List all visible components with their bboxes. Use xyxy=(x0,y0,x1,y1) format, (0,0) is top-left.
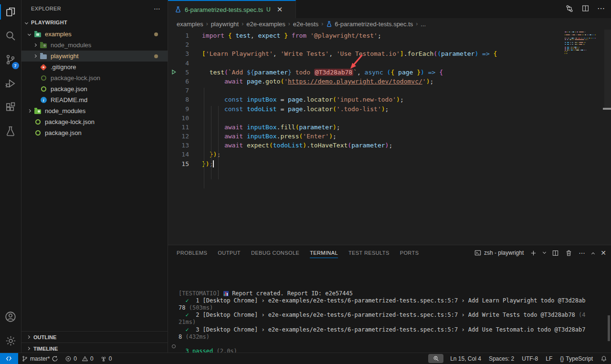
testing-icon[interactable] xyxy=(0,119,21,143)
npm-folder-icon xyxy=(40,43,47,48)
code-line-6[interactable]: 6 await page.goto('https://demo.playwrig… xyxy=(168,77,611,86)
editor-cursor xyxy=(213,160,214,167)
tree-item-node-modules[interactable]: node_modules xyxy=(21,40,168,51)
close-panel-icon[interactable]: ✕ xyxy=(600,249,606,257)
breadcrumb-separator-icon: › xyxy=(242,21,243,27)
code-line-10[interactable]: 10 xyxy=(168,114,611,123)
run-test-icon[interactable] xyxy=(171,69,177,75)
modified-dot xyxy=(154,54,158,58)
tree-item-node-modules[interactable]: node_modules xyxy=(21,105,168,116)
tree-item-package-lock-json[interactable]: package-lock.json xyxy=(21,73,168,83)
breadcrumb-separator-icon: › xyxy=(288,21,290,27)
maximize-panel-icon[interactable] xyxy=(591,252,595,255)
tab-spec-file[interactable]: 6-parametrized-tests.spec.ts U ✕ xyxy=(168,0,296,18)
run-debug-icon[interactable] xyxy=(0,72,21,95)
sidebar-more-icon[interactable]: ⋯ xyxy=(154,5,161,12)
tree-item--gitignore[interactable]: .gitignore xyxy=(21,62,168,73)
code-line-1[interactable]: 1import { test, expect } from '@playwrig… xyxy=(168,31,611,40)
remote-indicator[interactable] xyxy=(0,353,18,364)
line-number: 4 xyxy=(168,59,190,68)
code-line-15[interactable]: 15}); xyxy=(168,159,611,168)
tree-item-package-json[interactable]: package.json xyxy=(21,127,168,138)
account-icon[interactable] xyxy=(0,305,21,329)
panel-tab-output[interactable]: OUTPUT xyxy=(218,245,241,260)
panel-more-icon[interactable]: ⋯ xyxy=(579,249,586,257)
breadcrumb-item[interactable]: 6-parametrized-tests.spec.ts xyxy=(326,21,413,28)
extensions-icon[interactable] xyxy=(0,95,21,119)
panel-tab-ports[interactable]: PORTS xyxy=(400,245,419,260)
ports-indicator[interactable]: 0 xyxy=(97,353,116,364)
cursor-position[interactable]: Ln 15, Col 4 xyxy=(446,353,485,364)
search-icon[interactable] xyxy=(0,24,21,48)
code-line-7[interactable]: 7 xyxy=(168,86,611,95)
terminal-dropdown-icon[interactable] xyxy=(543,250,546,254)
tab-close-icon[interactable]: ✕ xyxy=(277,5,283,14)
new-terminal-icon[interactable] xyxy=(530,250,537,257)
code-line-2[interactable]: 2 xyxy=(168,40,611,49)
problems-indicator[interactable]: 0 0 xyxy=(62,353,96,364)
sync-icon xyxy=(52,355,58,362)
tree-item-readme-md[interactable]: iREADME.md xyxy=(21,94,168,105)
terminal-line: ✓ 3 [Desktop Chrome] › e2e-examples/e2e-… xyxy=(179,326,611,333)
explorer-icon[interactable] xyxy=(0,0,21,24)
code-line-4[interactable]: 4 xyxy=(168,59,611,68)
command-decoration-icon[interactable] xyxy=(172,344,176,348)
split-editor-icon[interactable] xyxy=(581,4,590,12)
activity-bar: 7 xyxy=(0,0,21,353)
code-line-3[interactable]: 3['Learn Playwright', 'Write Tests', 'Us… xyxy=(168,49,611,58)
split-terminal-icon[interactable] xyxy=(552,250,559,257)
code-line-12[interactable]: 12 await inputBox.press('Enter'); xyxy=(168,132,611,141)
breadcrumb-item[interactable]: examples xyxy=(177,21,203,28)
git-file-icon xyxy=(40,63,47,70)
folder-icon xyxy=(34,32,41,37)
code-line-9[interactable]: 9 const todoList = page.locator('.todo-l… xyxy=(168,104,611,114)
settings-gear-icon[interactable] xyxy=(0,329,21,353)
breadcrumb-item[interactable]: ... xyxy=(421,21,426,28)
code-line-13[interactable]: 13 await expect(todoList).toHaveText(par… xyxy=(168,141,611,150)
tree-item-playwright[interactable]: playwright xyxy=(21,51,168,62)
warnings-icon xyxy=(82,355,88,362)
terminal-output[interactable]: [TESTOMATIO] Report created. Report ID: … xyxy=(168,260,611,353)
breadcrumb-item[interactable]: e2e-examples xyxy=(246,21,285,28)
line-number: 15 xyxy=(168,159,190,168)
kill-terminal-icon[interactable] xyxy=(565,250,572,257)
panel-tab-test-results[interactable]: TEST RESULTS xyxy=(348,245,390,260)
terminal-scrollbar[interactable] xyxy=(608,315,610,341)
breadcrumb-item[interactable]: playwright xyxy=(211,21,239,28)
zoom-indicator[interactable] xyxy=(428,354,443,363)
scrollbar-handle[interactable] xyxy=(603,108,611,110)
code-editor[interactable]: 1import { test, expect } from '@playwrig… xyxy=(168,30,611,245)
panel-tab-terminal[interactable]: TERMINAL xyxy=(310,245,338,260)
code-line-14[interactable]: 14 }); xyxy=(168,150,611,159)
source-control-icon[interactable]: 7 xyxy=(0,48,21,72)
code-line-5[interactable]: 5 test(`Add ${parameter} todo @T3d28ab78… xyxy=(168,68,611,77)
editor-actions: ⋯ xyxy=(565,4,605,13)
tree-item-package-json[interactable]: package.json xyxy=(21,83,168,94)
branch-indicator[interactable]: master* xyxy=(18,353,62,364)
tree-item-examples[interactable]: examples xyxy=(21,29,168,40)
terminal-line: [TESTOMATIO] Report created. Report ID: … xyxy=(179,290,611,297)
code-line-8[interactable]: 8 const inputBox = page.locator('input.n… xyxy=(168,95,611,104)
outline-section[interactable]: OUTLINE xyxy=(21,331,168,343)
chevron-right-icon xyxy=(33,54,36,58)
json-file-icon xyxy=(41,75,46,81)
editor-scrollbar[interactable] xyxy=(604,30,611,109)
line-number: 12 xyxy=(168,132,190,141)
eol[interactable]: LF xyxy=(542,353,556,364)
terminal-instance[interactable]: zsh - playwright xyxy=(474,250,524,256)
breadcrumb-item[interactable]: e2e-tests xyxy=(293,21,318,28)
language-mode[interactable]: {} TypeScript xyxy=(556,353,597,364)
panel-tab-problems[interactable]: PROBLEMS xyxy=(177,245,207,260)
code-line-11[interactable]: 11 await inputBox.fill(parameter); xyxy=(168,123,611,132)
notifications[interactable] xyxy=(597,353,611,364)
line-number: 11 xyxy=(168,123,190,132)
workspace-section-header[interactable]: PLAYWRIGHT xyxy=(21,17,168,28)
line-number: 7 xyxy=(168,86,190,95)
tree-item-package-lock-json[interactable]: package-lock.json xyxy=(21,116,168,127)
editor-more-icon[interactable]: ⋯ xyxy=(597,4,605,13)
panel-tab-debug-console[interactable]: DEBUG CONSOLE xyxy=(251,245,299,260)
encoding[interactable]: UTF-8 xyxy=(518,353,542,364)
indentation[interactable]: Spaces: 2 xyxy=(485,353,518,364)
open-changes-icon[interactable] xyxy=(565,4,574,13)
minimap[interactable] xyxy=(565,31,595,54)
